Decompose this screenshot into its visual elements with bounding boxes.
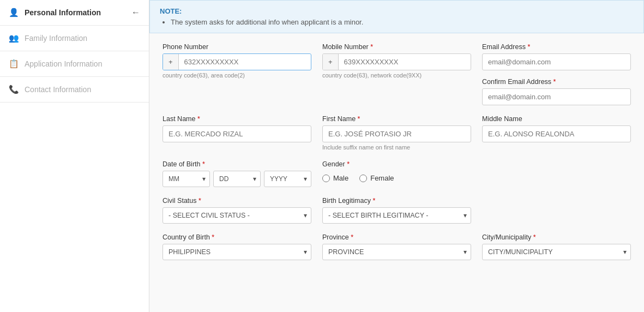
birth-legitimacy-wrapper: - SELECT BIRTH LEGITIMACY - [322,207,471,224]
dob-dd-wrapper: DD [213,171,261,187]
note-box: NOTE: The system asks for additional inf… [149,0,644,33]
city-select[interactable]: CITY/MUNICIPALITY [482,244,631,260]
location-row: Country of Birth * PHILIPPINES Province … [162,233,631,260]
dob-group: Date of Birth * MM DD [162,160,311,187]
birth-legitimacy-label: Birth Legitimacy * [322,197,471,205]
confirm-email-label: Confirm Email Address * [482,78,631,86]
phone-input[interactable] [179,54,311,70]
gender-female-label: Female [370,174,394,182]
note-bullet: The system asks for additional info when… [171,18,634,26]
mobile-input[interactable] [339,54,471,70]
contact-icon: 📞 [9,85,19,94]
first-name-input[interactable] [322,125,471,142]
dob-yyyy-select[interactable]: YYYY [264,171,311,187]
sidebar-label-personal: Personal Information [25,8,101,17]
country-label: Country of Birth * [162,233,311,241]
first-name-label: First Name * [322,115,471,123]
sidebar-label-family: Family Information [25,34,87,43]
birth-legitimacy-group: Birth Legitimacy * - SELECT BIRTH LEGITI… [322,197,471,224]
middle-name-input[interactable] [482,125,631,142]
first-name-hint: Include suffix name on first name [322,144,471,151]
dob-mm-wrapper: MM [162,171,210,187]
legitimacy-placeholder [482,197,631,224]
mobile-prefix: + [323,54,339,70]
last-name-group: Last Name * [162,115,311,151]
email-section: Email Address * Confirm Email Address * [482,43,631,105]
gender-group: Gender * Male Female [322,160,471,187]
dob-label: Date of Birth * [162,160,311,168]
civil-status-wrapper: - SELECT CIVIL STATUS - [162,207,311,224]
gender-male-radio[interactable] [322,175,330,182]
country-group: Country of Birth * PHILIPPINES [162,233,311,260]
mobile-input-wrapper: + [322,53,471,70]
confirm-email-input[interactable] [482,88,631,105]
sidebar-item-contact: 📞 Contact Information [0,77,149,103]
gender-female-option[interactable]: Female [359,174,394,182]
phone-input-wrapper: + [162,53,311,70]
phone-label: Phone Number [162,43,311,51]
civil-status-group: Civil Status * - SELECT CIVIL STATUS - [162,197,311,224]
province-group: Province * PROVINCE [322,233,471,260]
confirm-email-group: Confirm Email Address * [482,78,631,105]
mobile-label: Mobile Number * [322,43,471,51]
gender-label: Gender * [322,160,471,168]
mobile-hint: country code(63), network code(9XX) [322,72,471,79]
email-input[interactable] [482,53,631,70]
first-name-group: First Name * Include suffix name on firs… [322,115,471,151]
country-select[interactable]: PHILIPPINES [162,244,311,260]
province-label: Province * [322,233,471,241]
gender-female-radio[interactable] [359,175,367,182]
civil-legitimacy-row: Civil Status * - SELECT CIVIL STATUS - B… [162,197,631,224]
civil-status-select[interactable]: - SELECT CIVIL STATUS - [162,207,311,224]
application-icon: 📋 [9,59,19,69]
last-name-label: Last Name * [162,115,311,123]
note-title: NOTE: [160,7,634,15]
dob-mm-select[interactable]: MM [162,171,210,187]
gender-placeholder [482,160,631,187]
gender-radio-group: Male Female [322,174,471,185]
country-wrapper: PHILIPPINES [162,244,311,260]
mobile-group: Mobile Number * + country code(63), netw… [322,43,471,105]
form-area: Phone Number + country code(63), area co… [149,33,644,280]
sidebar-item-family: 👥 Family Information [0,26,149,51]
province-select[interactable]: PROVINCE [322,244,471,260]
sidebar-item-personal[interactable]: 👤 Personal Information ← [0,0,149,26]
gender-male-option[interactable]: Male [322,174,348,182]
email-group: Email Address * [482,43,631,70]
name-fields-row: Last Name * First Name * Include suffix … [162,115,631,151]
date-row: MM DD YYYY [162,171,311,187]
birth-legitimacy-select[interactable]: - SELECT BIRTH LEGITIMACY - [322,207,471,224]
contact-fields-row: Phone Number + country code(63), area co… [162,43,631,105]
city-label: City/Municipality * [482,233,631,241]
dob-yyyy-wrapper: YYYY [264,171,311,187]
family-icon: 👥 [9,33,19,43]
civil-status-label: Civil Status * [162,197,311,205]
middle-name-group: Middle Name [482,115,631,151]
middle-name-label: Middle Name [482,115,631,123]
email-label: Email Address * [482,43,631,51]
back-arrow-icon[interactable]: ← [131,8,140,17]
city-group: City/Municipality * CITY/MUNICIPALITY [482,233,631,260]
sidebar-label-application: Application Information [25,59,102,68]
dob-dd-select[interactable]: DD [213,171,261,187]
province-wrapper: PROVINCE [322,244,471,260]
person-icon: 👤 [9,8,19,17]
main-content: NOTE: The system asks for additional inf… [149,0,644,312]
phone-prefix: + [163,54,179,70]
phone-group: Phone Number + country code(63), area co… [162,43,311,105]
sidebar-label-contact: Contact Information [25,85,91,94]
dob-gender-row: Date of Birth * MM DD [162,160,631,187]
sidebar: 👤 Personal Information ← 👥 Family Inform… [0,0,149,312]
last-name-input[interactable] [162,125,311,142]
sidebar-item-application: 📋 Application Information [0,51,149,77]
city-wrapper: CITY/MUNICIPALITY [482,244,631,260]
gender-male-label: Male [333,174,348,182]
phone-hint: country code(63), area code(2) [162,72,311,79]
